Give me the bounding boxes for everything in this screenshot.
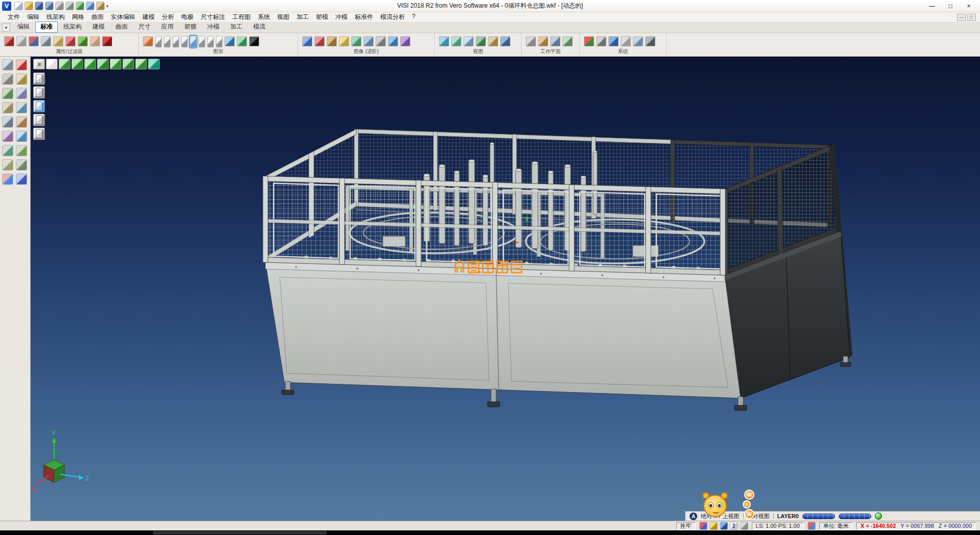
menu-view[interactable]: 视图	[274, 12, 293, 22]
modify-icon[interactable]	[16, 88, 27, 99]
viewport-menu-icon[interactable]: ≡	[33, 59, 45, 69]
open-file-icon[interactable]	[24, 2, 33, 10]
zoom-all-icon[interactable]	[439, 36, 449, 46]
viewport-layout-icon-4[interactable]	[33, 128, 45, 140]
back-view-cube-icon[interactable]	[122, 59, 134, 69]
selection-mask-icon[interactable]	[102, 36, 112, 46]
view-window-icon-7[interactable]	[216, 36, 223, 47]
active-viewport-layout-icon[interactable]	[33, 100, 45, 112]
color-status-icon[interactable]	[807, 522, 816, 530]
view-window-icon-3[interactable]	[173, 36, 179, 47]
attribute-swap-icon[interactable]	[29, 36, 39, 46]
print-icon[interactable]	[55, 2, 64, 10]
menu-machining[interactable]: 加工	[293, 12, 312, 22]
lock-status-label[interactable]: 拴牢	[676, 522, 696, 530]
menu-file[interactable]: 文件	[4, 12, 23, 22]
workplane-align-icon[interactable]	[538, 36, 548, 46]
minimize-button[interactable]: —	[923, 1, 941, 12]
layer-manager-icon[interactable]	[16, 102, 27, 113]
material-library-icon[interactable]	[645, 36, 655, 46]
workplane-view-icon[interactable]	[550, 36, 560, 46]
view-window-icon-1[interactable]	[155, 36, 162, 47]
view-meter-left[interactable]	[802, 514, 835, 519]
viewport-layout-icon-3[interactable]	[33, 114, 45, 126]
tab-flow[interactable]: 模流	[248, 21, 271, 33]
zoom-tool-icon[interactable]	[2, 59, 13, 70]
tab-machining[interactable]: 加工	[225, 21, 248, 33]
3d-viewport[interactable]: Y X Z ≡	[31, 57, 980, 521]
paint-attributes-icon[interactable]	[65, 36, 76, 46]
zoom-window-icon[interactable]	[451, 36, 461, 46]
rotate-view-icon[interactable]	[476, 36, 486, 46]
tab-wireframe[interactable]: 线架构	[58, 21, 87, 33]
menu-edit[interactable]: 编辑	[23, 12, 43, 22]
previous-view-icon[interactable]	[488, 36, 498, 46]
plot-icon[interactable]	[65, 2, 74, 10]
render-quality-sphere-icon[interactable]	[875, 513, 882, 520]
front-view-cube-icon[interactable]	[71, 59, 83, 69]
snap-settings-icon[interactable]	[633, 36, 643, 46]
pan-view-icon[interactable]	[463, 36, 474, 46]
attribute-edit-icon[interactable]	[4, 36, 14, 46]
history-status-icon[interactable]	[720, 522, 728, 530]
monitor-icon[interactable]	[608, 36, 619, 46]
menu-modeling[interactable]: 建模	[139, 12, 158, 22]
redraw-icon[interactable]	[143, 36, 153, 46]
screen-config-icon[interactable]	[596, 36, 606, 46]
solid-cube-icon[interactable]	[16, 131, 27, 142]
active-view-window-icon[interactable]	[190, 36, 197, 47]
grid-toggle-icon[interactable]	[2, 74, 13, 85]
lighting-icon[interactable]	[339, 36, 349, 46]
menu-drawing[interactable]: 工程图	[229, 12, 254, 22]
notebook-icon[interactable]	[16, 116, 27, 128]
menu-standard-parts[interactable]: 标准件	[351, 12, 377, 22]
workplane-reset-icon[interactable]	[562, 36, 573, 46]
tab-standard[interactable]: 标准	[35, 21, 58, 33]
viewport-layout-icon-1[interactable]	[33, 72, 45, 85]
view-meter-right[interactable]	[839, 514, 871, 519]
attribute-copy-icon[interactable]	[16, 36, 27, 46]
view-window-icon-2[interactable]	[164, 36, 170, 47]
texture-map-icon[interactable]	[327, 36, 337, 46]
tab-surface[interactable]: 曲面	[110, 21, 133, 33]
view-window-icon-4[interactable]	[181, 36, 188, 47]
advanced-shading-icon[interactable]	[302, 36, 312, 46]
grid-toggle-icon[interactable]	[709, 522, 718, 530]
background-icon[interactable]	[363, 36, 374, 46]
mascot-widget[interactable]: WoW	[699, 489, 756, 521]
menu-stamping[interactable]: 冲模	[332, 12, 351, 22]
sketch-icon[interactable]	[16, 74, 27, 85]
menu-molding[interactable]: 塑模	[312, 12, 332, 22]
tab-application[interactable]: 应用	[156, 21, 179, 33]
view-window-icon-5[interactable]	[199, 36, 205, 47]
palette-icon[interactable]	[2, 174, 13, 185]
tab-dropdown-icon[interactable]: ▼	[2, 23, 10, 32]
viewport-layout-icon-2[interactable]	[33, 86, 45, 99]
left-view-cube-icon[interactable]	[97, 59, 109, 69]
menu-wireframe[interactable]: 线架构	[43, 12, 68, 22]
new-file-icon[interactable]	[14, 2, 23, 10]
menu-system[interactable]: 系统	[254, 12, 274, 22]
delete-icon[interactable]	[16, 59, 27, 70]
section-view-icon[interactable]	[314, 36, 325, 46]
workplane-icon[interactable]	[2, 116, 13, 128]
top-view-cube-icon[interactable]	[84, 59, 96, 69]
circle-tool-icon[interactable]	[2, 131, 13, 142]
mdi-minimize-button[interactable]: —	[957, 14, 966, 21]
3d-model-canvas[interactable]: Y X Z	[31, 57, 980, 521]
menu-surface[interactable]: 曲面	[88, 12, 107, 22]
color-palette-icon[interactable]	[584, 36, 594, 46]
filter-icon[interactable]	[78, 36, 88, 46]
cut-icon[interactable]	[41, 36, 51, 46]
menu-help[interactable]: ?	[408, 12, 419, 22]
bottom-view-cube-icon[interactable]	[135, 59, 147, 69]
menu-flow-analysis[interactable]: 模流分析	[377, 12, 408, 22]
grid-settings-icon[interactable]	[621, 36, 631, 46]
render-sphere-icon[interactable]	[249, 36, 259, 46]
point-tool-icon[interactable]	[2, 145, 13, 156]
tab-modeling[interactable]: 建模	[87, 21, 110, 33]
undo-icon[interactable]	[76, 2, 84, 10]
right-view-cube-icon[interactable]	[110, 59, 121, 69]
iso-view-cube-icon[interactable]	[59, 59, 70, 69]
tab-stamping[interactable]: 冲模	[202, 21, 225, 33]
